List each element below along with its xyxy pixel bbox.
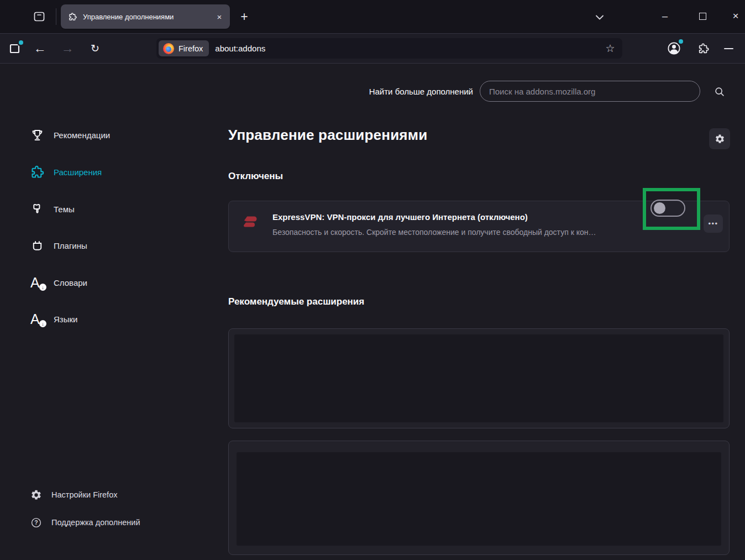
puzzle-icon <box>697 43 710 55</box>
sidebar-item-dictionaries[interactable]: A ↓ Словари <box>29 273 87 292</box>
maximize-button[interactable] <box>692 8 712 24</box>
sidebar-item-label: Словари <box>54 278 87 287</box>
sidebar-item-extensions[interactable]: Расширения <box>29 162 102 182</box>
svg-text:?: ? <box>34 519 38 526</box>
firefox-view-button[interactable] <box>31 8 48 25</box>
puzzle-icon <box>29 164 45 180</box>
browser-window: Управление дополнениями × + – × ← → ↻ Fi… <box>0 0 745 560</box>
tab-separator <box>56 8 56 25</box>
identity-chip[interactable]: Firefox <box>159 40 209 56</box>
language-download-icon: A ↓ <box>29 311 45 327</box>
extension-description: Безопасность и скорость. Скройте местопо… <box>272 228 676 237</box>
new-tab-button[interactable]: + <box>236 8 253 25</box>
sidebar-item-label: Плагины <box>54 241 87 250</box>
firefox-view-icon <box>33 10 46 23</box>
sidebar-item-themes[interactable]: Темы <box>29 199 75 219</box>
puzzle-favicon-icon <box>68 12 77 22</box>
pinned-app-button[interactable] <box>7 41 23 56</box>
window-close-button[interactable]: × <box>726 8 745 24</box>
recommended-card-placeholder <box>228 441 730 555</box>
list-all-tabs-button[interactable] <box>592 12 607 23</box>
sidebar-item-plugins[interactable]: Плагины <box>29 235 87 255</box>
minimize-button[interactable]: – <box>655 8 675 24</box>
trophy-icon <box>29 127 45 143</box>
sidebar-item-label: Языки <box>54 315 77 324</box>
extension-more-options-button[interactable]: ••• <box>704 214 723 233</box>
search-icon <box>713 86 726 98</box>
find-more-addons-label: Найти больше дополнений <box>0 87 473 96</box>
active-tab[interactable]: Управление дополнениями × <box>61 4 230 29</box>
plug-icon <box>29 237 45 254</box>
recommended-card-placeholder <box>228 328 730 428</box>
sidebar-footer-label: Настройки Firefox <box>51 490 117 499</box>
dictionary-download-icon: A ↓ <box>29 274 45 291</box>
hamburger-icon <box>724 48 733 49</box>
gear-icon <box>30 489 42 501</box>
disabled-section-heading: Отключены <box>228 171 283 182</box>
sidebar-item-firefox-settings[interactable]: Настройки Firefox <box>30 488 117 502</box>
identity-chip-label: Firefox <box>179 44 203 53</box>
sidebar-item-languages[interactable]: A ↓ Языки <box>29 309 77 329</box>
expressvpn-logo-icon <box>240 211 261 232</box>
tab-close-icon[interactable]: × <box>213 11 225 23</box>
account-icon <box>667 41 681 56</box>
search-submit-button[interactable] <box>711 84 728 100</box>
navigation-toolbar: ← → ↻ Firefox about:addons ☆ <box>0 33 745 64</box>
help-icon: ? <box>30 516 42 528</box>
account-button[interactable] <box>664 39 683 57</box>
sidebar-item-label: Расширения <box>54 168 102 177</box>
hamburger-menu-button[interactable] <box>720 41 737 56</box>
back-button[interactable]: ← <box>31 40 49 56</box>
gear-icon <box>715 134 725 144</box>
sidebar-item-addons-support[interactable]: ? Поддержка дополнений <box>30 515 140 530</box>
toggle-knob <box>654 202 665 214</box>
paintbrush-icon <box>29 201 45 217</box>
sidebar-footer-label: Поддержка дополнений <box>51 518 140 527</box>
card-image-placeholder <box>237 452 721 546</box>
extensions-toolbar-button[interactable] <box>695 41 712 56</box>
notification-dot <box>19 40 23 45</box>
recommended-section-heading: Рекомендуемые расширения <box>228 296 364 307</box>
account-notification-dot <box>679 39 683 44</box>
tab-title: Управление дополнениями <box>83 13 213 21</box>
extension-enable-toggle[interactable] <box>650 200 685 217</box>
tools-for-all-addons-button[interactable] <box>709 128 730 149</box>
card-image-placeholder <box>234 334 723 422</box>
extension-name[interactable]: ExpressVPN: VPN-прокси для лучшего Интер… <box>272 212 528 222</box>
sidebar-item-recommendations[interactable]: Рекомендации <box>29 125 110 145</box>
tab-bar: Управление дополнениями × + – × <box>0 0 745 33</box>
page-title: Управление расширениями <box>228 127 427 144</box>
addons-search-input[interactable] <box>480 81 700 102</box>
chevron-down-icon <box>596 15 604 20</box>
url-text: about:addons <box>215 44 602 53</box>
maximize-icon <box>699 13 706 20</box>
reload-button[interactable]: ↻ <box>86 40 104 56</box>
firefox-logo-icon <box>163 43 174 54</box>
sidebar-item-label: Рекомендации <box>54 130 110 140</box>
forward-button[interactable]: → <box>59 40 76 56</box>
sidebar-item-label: Темы <box>54 205 75 214</box>
bookmark-star-icon[interactable]: ☆ <box>602 41 618 56</box>
url-bar[interactable]: Firefox about:addons ☆ <box>156 38 622 59</box>
app-window-icon <box>8 42 22 55</box>
